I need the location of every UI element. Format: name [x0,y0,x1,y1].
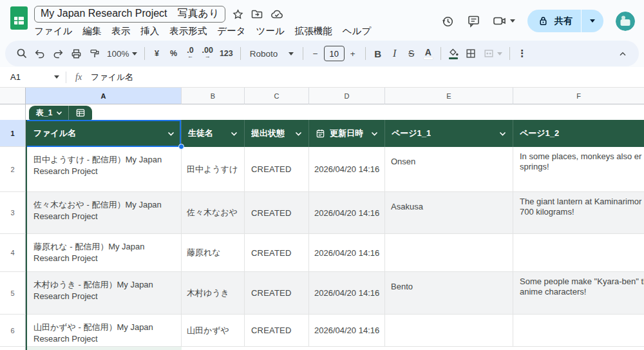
cell-student[interactable]: 藤原れな [182,234,245,272]
cell[interactable] [309,347,385,350]
table-menu-icon[interactable] [69,106,92,120]
sheets-logo-icon[interactable] [10,6,28,32]
row-number[interactable]: 4 [0,234,26,272]
menu-view[interactable]: 表示 [106,24,135,38]
redo-icon[interactable] [49,44,67,63]
cell-status[interactable]: CREATED [245,234,309,272]
font-size-input[interactable]: 10 [324,46,345,61]
table-tab[interactable]: 表_1 [29,106,92,120]
increase-decimal-button[interactable]: .00→ [199,44,216,63]
cell[interactable] [513,347,644,350]
cell[interactable] [182,347,245,350]
cell-page1-1[interactable] [385,315,513,347]
strikethrough-button[interactable]: S [403,44,420,63]
menu-format[interactable]: 表示形式 [164,24,212,38]
cell-file[interactable]: 木村ゆうき - 配信用）My JapanResearch Project [26,272,182,315]
menu-help[interactable]: ヘルプ [337,24,377,38]
row-number[interactable]: 3 [0,192,26,234]
font-size-increase-button[interactable]: + [345,44,361,63]
header-cell-file[interactable]: ファイル名 [26,120,182,147]
cell-page1-2[interactable] [513,315,644,347]
menu-data[interactable]: データ [212,24,251,38]
share-button-main[interactable]: 共有 [527,10,581,32]
cloud-status-icon[interactable] [270,8,283,21]
merge-cells-button[interactable] [480,44,506,63]
cell-page1-2[interactable] [513,234,644,272]
share-button[interactable]: 共有 [527,10,603,32]
cell-page1-2[interactable]: Some people make "Kyara-ben" tlanime cha… [513,272,644,315]
font-size-decrease-button[interactable]: − [307,44,324,63]
comment-icon[interactable] [467,14,480,28]
row-number[interactable]: 1 [0,120,26,147]
column-header-a[interactable]: A [26,88,182,104]
select-all-corner[interactable] [0,88,26,104]
decrease-decimal-button[interactable]: .0← [182,44,199,63]
menu-edit[interactable]: 編集 [77,24,106,38]
column-header-d[interactable]: D [309,88,385,104]
column-filter-icon[interactable] [371,131,378,136]
zoom-selector[interactable]: 100% [104,44,140,63]
cell-updated[interactable]: 2026/04/20 14:16 [309,234,385,272]
share-options-button[interactable] [582,10,603,32]
row-number[interactable]: 5 [0,272,26,315]
avatar[interactable] [616,12,635,31]
column-header-f[interactable]: F [513,88,644,104]
cell-page1-2[interactable]: In some places, monkeys also ersprings! [513,147,644,192]
row-gutter[interactable] [0,104,26,120]
move-folder-icon[interactable] [251,8,263,21]
cell-updated[interactable]: 2026/04/20 14:16 [309,147,385,192]
borders-button[interactable] [462,44,480,63]
bold-button[interactable]: B [370,44,386,63]
cell-page1-1[interactable]: Onsen [385,147,513,192]
cell-file[interactable]: 佐々木なおや - 配信用）My JapanResearch Project [26,192,182,234]
print-icon[interactable] [67,44,86,63]
undo-icon[interactable] [31,44,49,63]
cell-student[interactable]: 木村ゆうき [182,272,245,315]
cell-page1-1[interactable] [385,234,513,272]
cell-status[interactable]: CREATED [245,147,309,192]
meet-video-button[interactable] [493,14,515,28]
font-selector[interactable]: Roboto [245,44,299,63]
header-cell-student[interactable]: 生徒名 [182,120,245,147]
table-tab-main[interactable]: 表_1 [29,106,68,120]
cell-updated[interactable]: 2026/04/20 14:16 [309,272,385,315]
column-filter-icon[interactable] [231,131,238,136]
paint-format-icon[interactable] [86,44,104,63]
cell-student[interactable]: 佐々木なおや [182,192,245,234]
column-filter-icon[interactable] [167,131,175,136]
cell-status[interactable]: CREATED [245,315,309,347]
star-icon[interactable] [232,8,244,21]
text-color-button[interactable]: A [420,44,437,63]
column-filter-icon[interactable] [295,131,302,136]
menu-insert[interactable]: 挿入 [135,24,164,38]
cell-updated[interactable]: 2026/04/20 14:16 [309,192,385,234]
cell-file[interactable]: 藤原れな - 配信用）My JapanResearch Project [26,234,182,272]
cell-student[interactable]: 山田かずや [182,315,245,347]
selection-handle[interactable] [178,144,184,150]
column-filter-icon[interactable] [499,131,506,136]
search-icon[interactable] [13,44,31,63]
document-title-input[interactable]: My Japan Research Project 写真あり [34,6,225,23]
header-cell-status[interactable]: 提出状態 [245,120,309,147]
header-cell-updated[interactable]: 更新日時 [309,120,385,147]
cell-file[interactable]: 田中ようすけ - 配信用）My JapanResearch Project [26,147,182,192]
collapse-toolbar-button[interactable] [614,44,631,63]
fill-color-button[interactable] [445,44,462,63]
name-box[interactable]: A1 [10,72,66,82]
number-format-button[interactable]: 123 [216,44,236,63]
row-number[interactable]: 6 [0,315,26,347]
cell-status[interactable]: CREATED [245,272,309,315]
italic-button[interactable]: I [386,44,403,63]
column-header-e[interactable]: E [385,88,513,104]
version-history-icon[interactable] [440,14,455,28]
column-header-c[interactable]: C [245,88,309,104]
cell-status[interactable]: CREATED [245,192,309,234]
cell[interactable] [385,347,513,350]
column-header-b[interactable]: B [182,88,245,104]
menu-extensions[interactable]: 拡張機能 [290,24,337,38]
more-toolbar-button[interactable]: ⋮ [514,44,531,63]
menu-file[interactable]: ファイル [29,24,77,38]
cell[interactable] [245,347,309,350]
cell-updated[interactable]: 2026/04/20 14:16 [309,315,385,347]
menu-tools[interactable]: ツール [251,24,290,38]
